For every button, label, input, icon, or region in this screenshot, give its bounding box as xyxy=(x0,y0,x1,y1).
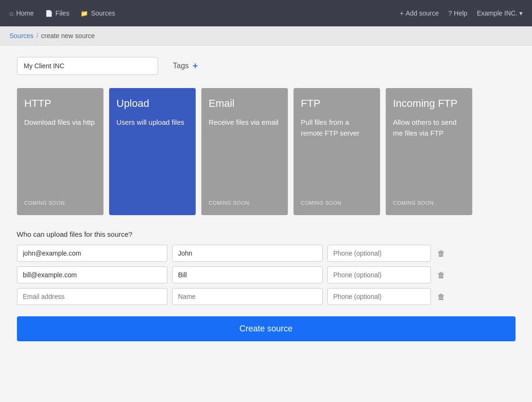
user-label: Example INC. xyxy=(477,9,517,17)
help-button[interactable]: Help xyxy=(448,9,468,17)
card-coming-soon-incoming-ftp: COMING SOON xyxy=(393,200,465,206)
delete-user-button[interactable] xyxy=(436,290,447,304)
nav-files-label: Files xyxy=(56,9,70,17)
nav-sources[interactable]: Sources xyxy=(80,9,115,17)
navbar: Home Files Sources Add source Help Examp… xyxy=(0,0,532,26)
sources-icon xyxy=(80,9,88,17)
card-coming-soon-email: COMING SOON xyxy=(209,200,280,206)
phone-field[interactable] xyxy=(327,245,431,262)
home-icon xyxy=(9,9,13,17)
email-field[interactable] xyxy=(17,266,167,283)
card-title-http: HTTP xyxy=(24,97,96,110)
upload-user-row xyxy=(17,266,516,283)
navbar-right: Add source Help Example INC. xyxy=(400,9,523,17)
delete-user-button[interactable] xyxy=(436,247,447,260)
breadcrumb: Sources / create new source xyxy=(9,32,523,40)
name-field[interactable] xyxy=(172,245,323,262)
card-desc-email: Receive files via email xyxy=(209,117,280,193)
name-field[interactable] xyxy=(172,288,323,305)
delete-user-button[interactable] xyxy=(436,268,447,282)
main-content: Tags + HTTPDownload files via httpCOMING… xyxy=(8,46,525,353)
trash-icon xyxy=(437,292,445,302)
add-source-button[interactable]: Add source xyxy=(400,9,439,17)
card-title-ftp: FTP xyxy=(301,97,373,110)
email-field[interactable] xyxy=(17,288,167,305)
upload-user-row xyxy=(17,288,516,305)
navbar-left: Home Files Sources xyxy=(9,9,400,17)
files-icon xyxy=(45,9,53,17)
breadcrumb-current: create new source xyxy=(41,32,95,40)
create-source-button[interactable]: Create source xyxy=(17,316,516,341)
card-desc-incoming-ftp: Allow others to send me files via FTP xyxy=(393,117,465,193)
source-name-row: Tags + xyxy=(17,57,516,75)
card-title-email: Email xyxy=(209,97,280,110)
tags-section: Tags + xyxy=(173,61,198,71)
email-field[interactable] xyxy=(17,245,167,262)
add-source-label: Add source xyxy=(405,9,439,17)
source-cards: HTTPDownload files via httpCOMING SOONUp… xyxy=(17,88,516,215)
trash-icon xyxy=(437,249,445,258)
nav-files[interactable]: Files xyxy=(45,9,70,17)
card-desc-upload: Users will upload files xyxy=(117,117,188,206)
source-name-input[interactable] xyxy=(17,57,158,75)
tags-add-button[interactable]: + xyxy=(192,61,198,71)
who-upload-label: Who can upload files for this source? xyxy=(17,230,516,238)
who-upload-section: Who can upload files for this source? xyxy=(17,230,516,305)
source-card-email[interactable]: EmailReceive files via emailCOMING SOON xyxy=(201,88,288,215)
name-field[interactable] xyxy=(172,266,323,283)
source-card-upload[interactable]: UploadUsers will upload files xyxy=(109,88,196,215)
user-menu[interactable]: Example INC. xyxy=(477,9,523,17)
card-desc-ftp: Pull files from a remote FTP server xyxy=(301,117,373,193)
phone-field[interactable] xyxy=(327,266,431,283)
source-card-ftp[interactable]: FTPPull files from a remote FTP serverCO… xyxy=(294,88,380,215)
card-coming-soon-ftp: COMING SOON xyxy=(301,200,373,206)
source-card-incoming-ftp[interactable]: Incoming FTPAllow others to send me file… xyxy=(386,88,472,215)
help-label: Help xyxy=(454,9,468,17)
trash-icon xyxy=(437,270,445,280)
card-title-upload: Upload xyxy=(117,97,188,110)
upload-user-row xyxy=(17,245,516,262)
chevron-down-icon xyxy=(519,9,523,17)
source-card-http[interactable]: HTTPDownload files via httpCOMING SOON xyxy=(17,88,103,215)
phone-field[interactable] xyxy=(327,288,431,305)
card-title-incoming-ftp: Incoming FTP xyxy=(393,97,465,110)
breadcrumb-separator: / xyxy=(36,32,38,40)
users-container xyxy=(17,245,516,305)
card-desc-http: Download files via http xyxy=(24,117,96,193)
breadcrumb-sources-link[interactable]: Sources xyxy=(9,32,33,40)
card-coming-soon-http: COMING SOON xyxy=(24,200,96,206)
help-icon xyxy=(448,9,452,17)
plus-icon xyxy=(400,9,404,17)
nav-home[interactable]: Home xyxy=(9,9,34,17)
nav-home-label: Home xyxy=(16,9,33,17)
breadcrumb-bar: Sources / create new source xyxy=(0,26,532,46)
tags-label: Tags xyxy=(173,62,189,70)
nav-sources-label: Sources xyxy=(91,9,115,17)
